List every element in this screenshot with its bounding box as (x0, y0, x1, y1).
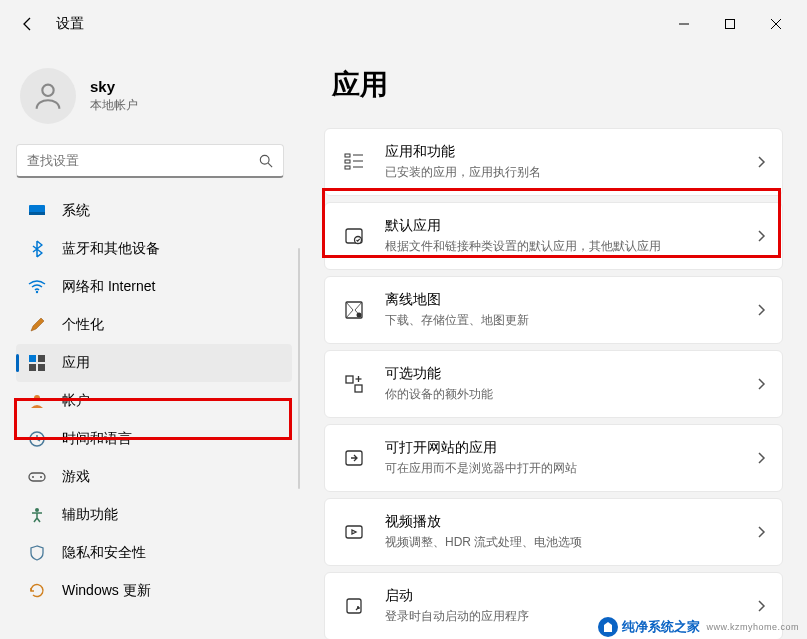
window-title: 设置 (56, 15, 84, 33)
video-playback-icon (341, 519, 367, 545)
back-button[interactable] (8, 4, 48, 44)
sidebar-item-time[interactable]: 时间和语言 (16, 420, 292, 458)
close-button[interactable] (753, 8, 799, 40)
shield-icon (28, 544, 46, 562)
sidebar-item-label: 帐户 (62, 392, 280, 410)
bluetooth-icon (28, 240, 46, 258)
card-subtitle: 你的设备的额外功能 (385, 386, 756, 403)
watermark-url: www.kzmyhome.com (706, 622, 799, 632)
maximize-icon (725, 19, 735, 29)
card-title: 可选功能 (385, 365, 756, 383)
chevron-right-icon (756, 525, 766, 539)
svg-rect-9 (38, 355, 45, 362)
svg-point-2 (42, 85, 53, 96)
card-video-playback[interactable]: 视频播放视频调整、HDR 流式处理、电池选项 (324, 498, 783, 566)
optional-features-icon (341, 371, 367, 397)
startup-icon (341, 593, 367, 619)
apps-features-icon (341, 149, 367, 175)
svg-rect-8 (29, 355, 36, 362)
svg-rect-6 (29, 212, 45, 215)
card-apps-features[interactable]: 应用和功能已安装的应用，应用执行别名 (324, 128, 783, 196)
offline-maps-icon (341, 297, 367, 323)
brush-icon (28, 316, 46, 334)
chevron-right-icon (756, 599, 766, 613)
search-box[interactable] (16, 144, 284, 178)
sidebar-item-personalize[interactable]: 个性化 (16, 306, 292, 344)
update-icon (28, 582, 46, 600)
card-apps-for-websites[interactable]: 可打开网站的应用可在应用而不是浏览器中打开的网站 (324, 424, 783, 492)
minimize-button[interactable] (661, 8, 707, 40)
user-icon (31, 79, 65, 113)
sidebar-item-apps[interactable]: 应用 (16, 344, 292, 382)
search-input[interactable] (27, 153, 259, 168)
svg-rect-11 (38, 364, 45, 371)
svg-line-4 (268, 163, 272, 167)
maximize-button[interactable] (707, 8, 753, 40)
watermark-name: 纯净系统之家 (622, 618, 700, 636)
window-controls (661, 8, 799, 40)
nav-list: 系统 蓝牙和其他设备 网络和 Internet 个性化 应用 帐户 (0, 188, 300, 614)
svg-rect-33 (346, 526, 362, 538)
chevron-right-icon (756, 155, 766, 169)
user-profile[interactable]: sky 本地帐户 (0, 56, 300, 144)
sidebar-item-bluetooth[interactable]: 蓝牙和其他设备 (16, 230, 292, 268)
card-title: 启动 (385, 587, 756, 605)
close-icon (771, 19, 781, 29)
svg-rect-19 (345, 160, 350, 163)
sidebar-item-account[interactable]: 帐户 (16, 382, 292, 420)
wifi-icon (28, 278, 46, 296)
profile-name: sky (90, 78, 138, 95)
sidebar-item-label: Windows 更新 (62, 582, 280, 600)
svg-rect-18 (345, 154, 350, 157)
sidebar-item-label: 蓝牙和其他设备 (62, 240, 280, 258)
card-offline-maps[interactable]: 离线地图下载、存储位置、地图更新 (324, 276, 783, 344)
svg-rect-20 (345, 166, 350, 169)
sidebar-item-label: 个性化 (62, 316, 280, 334)
svg-point-3 (260, 155, 269, 164)
sidebar-item-accessibility[interactable]: 辅助功能 (16, 496, 292, 534)
svg-point-17 (35, 508, 39, 512)
card-optional-features[interactable]: 可选功能你的设备的额外功能 (324, 350, 783, 418)
arrow-left-icon (20, 16, 36, 32)
chevron-right-icon (756, 229, 766, 243)
search-icon (259, 154, 273, 168)
sidebar-item-label: 隐私和安全性 (62, 544, 280, 562)
card-subtitle: 下载、存储位置、地图更新 (385, 312, 756, 329)
watermark-icon (598, 617, 618, 637)
sidebar-item-network[interactable]: 网络和 Internet (16, 268, 292, 306)
svg-point-7 (36, 291, 38, 293)
page-title: 应用 (332, 66, 783, 104)
svg-point-12 (34, 395, 40, 401)
svg-rect-28 (346, 376, 353, 383)
card-title: 视频播放 (385, 513, 756, 531)
sidebar-item-label: 应用 (62, 354, 280, 372)
sidebar-item-label: 时间和语言 (62, 430, 280, 448)
sidebar-item-system[interactable]: 系统 (16, 192, 292, 230)
profile-subtitle: 本地帐户 (90, 97, 138, 114)
sidebar-item-label: 游戏 (62, 468, 280, 486)
watermark: 纯净系统之家 www.kzmyhome.com (598, 617, 799, 637)
card-subtitle: 根据文件和链接种类设置的默认应用，其他默认应用 (385, 238, 756, 255)
svg-rect-10 (29, 364, 36, 371)
sidebar-item-label: 系统 (62, 202, 280, 220)
system-icon (28, 202, 46, 220)
sidebar-item-update[interactable]: Windows 更新 (16, 572, 292, 610)
card-title: 应用和功能 (385, 143, 756, 161)
card-title: 可打开网站的应用 (385, 439, 756, 457)
card-title: 离线地图 (385, 291, 756, 309)
chevron-right-icon (756, 451, 766, 465)
svg-rect-1 (726, 20, 735, 29)
sidebar-item-privacy[interactable]: 隐私和安全性 (16, 534, 292, 572)
sidebar-item-gaming[interactable]: 游戏 (16, 458, 292, 496)
avatar (20, 68, 76, 124)
card-subtitle: 视频调整、HDR 流式处理、电池选项 (385, 534, 756, 551)
card-subtitle: 可在应用而不是浏览器中打开的网站 (385, 460, 756, 477)
sidebar-item-label: 网络和 Internet (62, 278, 280, 296)
svg-rect-29 (355, 385, 362, 392)
clock-icon (28, 430, 46, 448)
card-default-apps[interactable]: 默认应用根据文件和链接种类设置的默认应用，其他默认应用 (324, 202, 783, 270)
card-title: 默认应用 (385, 217, 756, 235)
apps-for-websites-icon (341, 445, 367, 471)
sidebar: sky 本地帐户 系统 蓝牙和其他设备 网络和 I (0, 48, 300, 639)
main-content: 应用 应用和功能已安装的应用，应用执行别名默认应用根据文件和链接种类设置的默认应… (300, 48, 807, 639)
